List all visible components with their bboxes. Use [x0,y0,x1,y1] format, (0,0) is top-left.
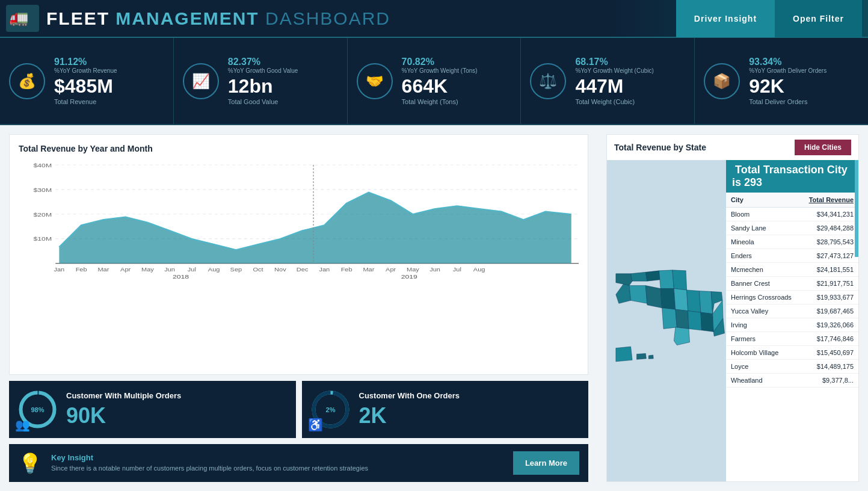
kpi-card-1: 📈 82.37% %YoY Growth Good Value 12bn Tot… [174,38,348,124]
revenue-chart: $40M $30M $20M $10M Jan Feb Mar Apr May … [19,159,579,280]
city-name: Mcmechen [731,266,817,273]
svg-text:Mar: Mar [97,267,109,273]
bottom-cards: 98% 👥 Customer With Multiple Orders 90K … [9,381,588,438]
svg-text:May: May [141,267,154,273]
city-revenue: $24,181,551 [817,266,854,273]
city-revenue: $19,687,465 [817,307,854,315]
city-table: Bloom$34,341,231Sandy Lane$29,484,288Min… [726,208,858,482]
table-row: Banner Crest$21,917,751 [726,277,858,291]
city-name: Sandy Lane [731,224,817,232]
svg-text:Jan: Jan [319,267,330,273]
svg-text:Jun: Jun [164,267,175,273]
svg-marker-41 [631,272,647,281]
city-name: Loyce [731,363,817,370]
kpi-desc-4: Total Deliver Orders [749,98,859,105]
city-name: Herrings Crossroads [731,294,817,301]
svg-text:Jul: Jul [188,267,196,273]
city-name: Holcomb Village [731,349,817,356]
kpi-desc-3: Total Weight (Cubic) [575,98,685,105]
svg-marker-49 [674,289,688,311]
title-management: MANAGEMENT [109,8,259,28]
single-orders-circle: 2% ♿ [311,390,350,429]
table-row: Mineola$28,795,543 [726,235,858,249]
kpi-icon-4: 📦 [704,63,740,99]
scrollbar[interactable] [855,160,858,257]
map-section: Total Revenue by State Hide Cities [606,134,859,482]
table-row: Mcmechen$24,181,551 [726,263,858,277]
city-revenue: $29,484,288 [817,224,854,232]
learn-more-button[interactable]: Learn More [513,451,579,475]
svg-text:$40M: $40M [34,162,52,168]
kpi-card-0: 💰 91.12% %YoY Growth Revenue $485M Total… [0,38,174,124]
stat-title-multiple: Customer With Multiple Orders [66,391,287,400]
city-name: Mineola [731,238,817,246]
stat-card-single: 2% ♿ Customer With One Orders 2K [302,381,589,438]
kpi-label-0: %YoY Growth Revenue [54,67,164,74]
header-buttons: Driver Insight Open Filter [676,0,862,37]
hide-cities-button[interactable]: Hide Cities [795,140,851,155]
city-name: Banner Crest [731,280,817,287]
kpi-card-2: 🤝 70.82% %YoY Growth Weight (Tons) 664K … [348,38,522,124]
svg-marker-56 [701,312,713,332]
us-map-svg [607,160,726,482]
city-name: Yucca Valley [731,307,817,315]
svg-text:$30M: $30M [34,187,52,193]
kpi-icon-2: 🤝 [357,63,393,99]
insight-label: Key Insight [51,453,504,462]
svg-text:$10M: $10M [34,236,52,242]
table-row: Loyce$14,489,175 [726,360,858,374]
svg-marker-48 [660,289,676,310]
svg-marker-62 [648,355,653,359]
svg-text:$20M: $20M [34,211,52,217]
city-revenue: $34,341,231 [817,211,854,218]
left-panel: Total Revenue by Year and Month $40M $30… [0,125,597,491]
svg-marker-43 [659,270,674,289]
svg-text:Nov: Nov [274,267,286,273]
table-row: Enders$27,473,127 [726,249,858,263]
table-row: Bloom$34,341,231 [726,208,858,221]
svg-marker-54 [676,309,689,329]
kpi-value-2: 664K [402,76,512,96]
city-revenue: $27,473,127 [817,252,854,259]
svg-marker-50 [687,290,701,312]
svg-text:Mar: Mar [363,267,375,273]
kpi-desc-0: Total Revenue [54,98,164,105]
svg-marker-46 [629,286,647,304]
table-row: Irving$19,326,066 [726,318,858,332]
svg-marker-45 [616,284,631,303]
kpi-value-4: 92K [749,76,859,96]
city-table-panel: Total Transaction City is293 City Total … [726,160,858,482]
kpi-value-3: 447M [575,76,685,96]
stat-value-single: 2K [359,403,580,428]
kpi-percent-3: 68.17% [575,57,685,67]
svg-marker-42 [645,271,660,281]
svg-marker-44 [673,270,687,290]
transaction-count: 293 [744,176,762,188]
table-row: Farmers$17,746,846 [726,332,858,346]
svg-text:Apr: Apr [120,267,131,273]
svg-text:Aug: Aug [473,267,485,273]
people-icon-single: ♿ [308,418,323,432]
svg-text:Feb: Feb [76,267,87,273]
open-filter-button[interactable]: Open Filter [775,0,862,37]
stat-value-multiple: 90K [66,403,287,428]
multiple-orders-circle: 98% 👥 [18,390,57,429]
kpi-card-4: 📦 93.34% %YoY Growth Deliver Orders 92K … [695,38,868,124]
table-row: Sandy Lane$29,484,288 [726,221,858,235]
svg-marker-60 [616,347,632,362]
table-row: Yucca Valley$19,687,465 [726,304,858,318]
svg-marker-55 [688,311,702,330]
kpi-label-2: %YoY Growth Weight (Tons) [402,67,512,74]
city-revenue: $19,326,066 [817,321,854,329]
kpi-value-0: $485M [54,76,164,96]
kpi-row: 💰 91.12% %YoY Growth Revenue $485M Total… [0,38,868,125]
city-revenue: $21,917,751 [817,280,854,287]
title-dashboard: DASHBOARD [259,8,390,28]
table-row: Holcomb Village$15,450,697 [726,346,858,360]
svg-text:98%: 98% [31,406,44,413]
city-revenue: $9,377,8... [822,377,854,384]
chart-section: Total Revenue by Year and Month $40M $30… [9,134,588,375]
transaction-banner: Total Transaction City is293 [726,160,858,193]
svg-marker-47 [645,286,662,308]
driver-insight-button[interactable]: Driver Insight [676,0,775,37]
